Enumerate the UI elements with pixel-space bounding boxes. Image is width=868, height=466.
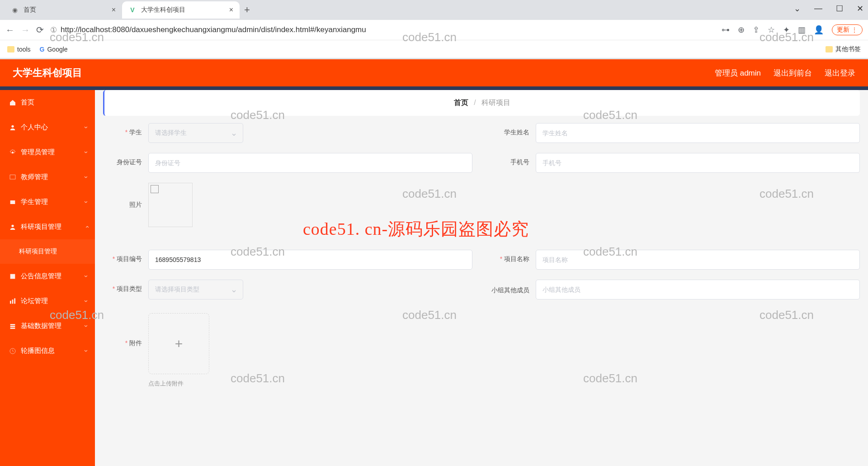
logout-link[interactable]: 退出登录 xyxy=(825,68,855,78)
student-icon xyxy=(9,199,16,206)
sidebar-item-notice[interactable]: 公告信息管理 xyxy=(0,264,95,289)
back-icon[interactable]: ← xyxy=(5,25,14,35)
svg-rect-5 xyxy=(10,274,15,279)
reload-icon[interactable]: ⟳ xyxy=(36,24,44,35)
sidebar-item-basedata[interactable]: 基础数据管理 xyxy=(0,314,95,338)
close-window-icon[interactable]: ✕ xyxy=(857,4,863,14)
browser-chrome: ◉ 首页 × V 大学生科创项目 × + ⌄ — ☐ ✕ ← → ⟳ ① htt… xyxy=(0,0,868,59)
maximize-icon[interactable]: ☐ xyxy=(836,4,843,14)
new-tab-button[interactable]: + xyxy=(240,4,255,16)
data-icon xyxy=(9,323,16,330)
chevron-down-icon[interactable]: ⌄ xyxy=(794,4,801,14)
label-student-name: 学生姓名 xyxy=(491,123,536,137)
tab-title: 大学生科创项目 xyxy=(141,6,185,14)
forum-icon xyxy=(9,298,16,305)
main-content: 首页 / 科研项目 学生 请选择学生 学生姓名 身 xyxy=(95,90,868,466)
admin-label[interactable]: 管理员 admin xyxy=(715,68,761,78)
sidebar-item-admin[interactable]: 管理员管理 xyxy=(0,140,95,165)
minimize-icon[interactable]: — xyxy=(814,4,822,14)
site-info-icon[interactable]: ① xyxy=(50,25,57,35)
gear-icon xyxy=(9,149,16,156)
notice-icon xyxy=(9,273,16,280)
sidebar-item-banner[interactable]: 轮播图信息 xyxy=(0,338,95,363)
select-student[interactable]: 请选择学生 xyxy=(148,123,243,143)
input-idno[interactable] xyxy=(148,153,472,173)
label-student: 学生 xyxy=(103,123,148,137)
project-icon xyxy=(9,223,16,231)
upload-hint: 点击上传附件 xyxy=(148,380,472,388)
window-controls: ⌄ — ☐ ✕ xyxy=(794,4,863,14)
close-icon[interactable]: × xyxy=(229,6,233,14)
sidebar-item-teacher[interactable]: 教师管理 xyxy=(0,165,95,190)
svg-point-0 xyxy=(11,125,14,127)
photo-preview[interactable] xyxy=(148,183,193,227)
sidebar-item-project[interactable]: 科研项目管理 xyxy=(0,214,95,239)
sidebar-item-forum[interactable]: 论坛管理 xyxy=(0,289,95,314)
plus-icon: + xyxy=(175,336,183,352)
input-proj-no[interactable] xyxy=(148,250,472,270)
panel-icon[interactable]: ▥ xyxy=(798,25,806,35)
sidebar-item-home[interactable]: 首页 xyxy=(0,90,95,115)
label-proj-no: 项目编号 xyxy=(103,250,148,263)
label-phone: 手机号 xyxy=(491,153,536,166)
sidebar-item-student[interactable]: 学生管理 xyxy=(0,190,95,214)
upload-attach[interactable]: + xyxy=(148,313,209,374)
breadcrumb-home[interactable]: 首页 xyxy=(454,99,468,106)
app-header: 大学生科创项目 管理员 admin 退出到前台 退出登录 xyxy=(0,59,868,86)
bookmark-other[interactable]: 其他书签 xyxy=(826,45,861,53)
share-icon[interactable]: ⇪ xyxy=(753,25,760,35)
label-team-other: 小组其他成员 xyxy=(491,280,536,295)
tab-title: 首页 xyxy=(24,6,36,14)
input-proj-name[interactable] xyxy=(536,250,860,270)
forward-icon[interactable]: → xyxy=(21,25,30,35)
home-icon xyxy=(9,99,16,106)
bookmark-tools[interactable]: tools xyxy=(7,46,31,53)
svg-rect-7 xyxy=(12,300,14,304)
nav-bar: ← → ⟳ ① http://localhost:8080/daxuesheng… xyxy=(0,20,868,40)
update-button[interactable]: 更新 ⋮ xyxy=(832,24,863,35)
app-title: 大学生科创项目 xyxy=(13,66,82,80)
sidebar: 首页 个人中心 管理员管理 教师管理 学生管理 科研项目管理 科研项目管理 公告… xyxy=(0,90,95,466)
folder-icon xyxy=(7,46,14,52)
label-proj-name: 项目名称 xyxy=(491,250,536,263)
exit-front-link[interactable]: 退出到前台 xyxy=(774,68,812,78)
svg-point-1 xyxy=(12,152,14,153)
extensions-icon[interactable]: ✦ xyxy=(783,25,790,35)
zoom-icon[interactable]: ⊕ xyxy=(738,25,745,35)
tab-strip: ◉ 首页 × V 大学生科创项目 × + ⌄ — ☐ ✕ xyxy=(0,0,868,20)
svg-rect-6 xyxy=(10,300,11,304)
bookmark-bar: tools GGoogle 其他书签 xyxy=(0,40,868,58)
profile-icon[interactable]: 👤 xyxy=(814,25,824,35)
input-phone[interactable] xyxy=(536,153,860,173)
folder-icon xyxy=(826,46,833,52)
breadcrumb: 首页 / 科研项目 xyxy=(103,90,860,116)
label-idno: 身份证号 xyxy=(103,153,148,166)
vue-icon: V xyxy=(128,6,137,14)
bookmark-google[interactable]: GGoogle xyxy=(40,46,68,53)
browser-tab-0[interactable]: ◉ 首页 × xyxy=(5,1,122,19)
teacher-icon xyxy=(9,174,16,181)
select-proj-type[interactable]: 请选择项目类型 xyxy=(148,280,243,300)
label-proj-type: 项目类型 xyxy=(103,280,148,293)
breadcrumb-sep: / xyxy=(474,99,476,106)
svg-rect-2 xyxy=(10,175,15,179)
svg-rect-9 xyxy=(10,324,15,325)
sidebar-item-profile[interactable]: 个人中心 xyxy=(0,115,95,140)
clock-icon xyxy=(9,347,16,355)
header-accent xyxy=(0,86,868,90)
close-icon[interactable]: × xyxy=(112,6,116,14)
key-icon[interactable]: ⊶ xyxy=(722,25,730,35)
input-student-name[interactable] xyxy=(536,123,860,143)
input-team-other[interactable] xyxy=(536,280,860,300)
toolbar-right: ⊶ ⊕ ⇪ ☆ ✦ ▥ 👤 更新 ⋮ xyxy=(722,24,863,35)
browser-tab-1[interactable]: V 大学生科创项目 × xyxy=(122,1,240,19)
url-bar[interactable]: ① http://localhost:8080/daxueshengkechua… xyxy=(50,25,715,35)
label-attach: 附件 xyxy=(103,313,148,347)
sidebar-subitem-project[interactable]: 科研项目管理 xyxy=(0,239,95,264)
star-icon[interactable]: ☆ xyxy=(768,25,775,35)
app: 大学生科创项目 管理员 admin 退出到前台 退出登录 首页 个人中心 管理员… xyxy=(0,59,868,466)
svg-point-4 xyxy=(11,224,14,227)
user-icon xyxy=(9,124,16,131)
google-icon: G xyxy=(40,46,45,53)
svg-rect-3 xyxy=(10,200,15,204)
